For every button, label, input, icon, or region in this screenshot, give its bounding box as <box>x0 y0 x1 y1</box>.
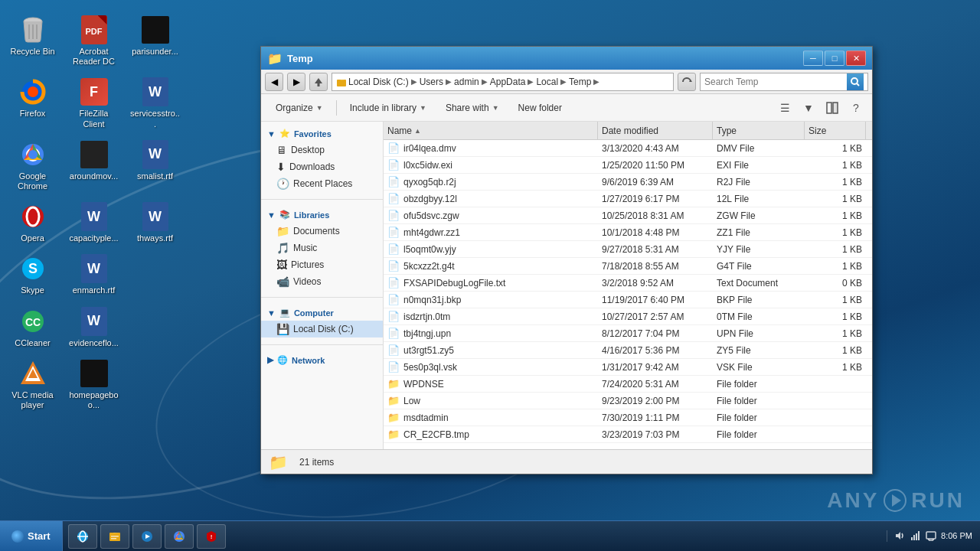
up-button[interactable] <box>309 73 328 91</box>
desktop-icon-vlc[interactable]: VLC media player <box>4 355 61 413</box>
svg-rect-33 <box>111 538 116 540</box>
file-cell-type: BKP File <box>713 295 805 305</box>
forward-button[interactable]: ▶ <box>287 73 305 91</box>
taskbar-item-chrome[interactable] <box>165 524 194 549</box>
start-button[interactable]: Start <box>0 521 63 552</box>
sidebar-item-pictures[interactable]: 🖼 Pictures <box>261 256 383 273</box>
view-list-button[interactable]: ☰ <box>775 98 795 118</box>
table-row[interactable]: 📄n0mqn31j.bkp11/19/2017 6:40 PMBKP File1… <box>384 292 872 308</box>
back-button[interactable]: ◀ <box>265 73 283 91</box>
libraries-header[interactable]: ▼ 📚 Libraries <box>261 207 383 223</box>
table-row[interactable]: 📄l0xc5idw.exi1/25/2020 11:50 PMEXI File1… <box>384 157 872 174</box>
maximize-button[interactable]: □ <box>825 51 844 66</box>
taskbar-item-wmp[interactable] <box>132 524 162 549</box>
desktop-icon-homepageboo[interactable]: homepageboo... <box>65 355 122 413</box>
file-cell-type: G4T File <box>713 261 805 272</box>
table-row[interactable]: 📁WPDNSE7/24/2020 5:31 AMFile folder <box>384 376 872 393</box>
organize-label: Organize <box>276 103 313 113</box>
search-input[interactable] <box>704 77 843 87</box>
table-row[interactable]: 📄mht4gdwr.zz110/1/2018 4:48 PMZZ1 File1 … <box>384 224 872 241</box>
videos-icon: 📹 <box>276 276 289 288</box>
desktop-icon-ccleaner[interactable]: CC CCleaner <box>4 303 61 351</box>
favorites-label: Favorites <box>294 129 332 139</box>
new-folder-button[interactable]: New folder <box>510 97 570 119</box>
minimize-button[interactable]: ─ <box>803 51 823 66</box>
file-name: Low <box>403 396 420 406</box>
desktop-icon-capacityple[interactable]: W capacityple... <box>65 198 122 246</box>
sidebar-item-music[interactable]: 🎵 Music <box>261 240 383 256</box>
table-row[interactable]: 📄isdzrtjn.0tm10/27/2017 2:57 AM0TM File1… <box>384 308 872 325</box>
col-header-size[interactable]: Size <box>805 122 866 139</box>
file-icon: 📄 <box>387 210 400 221</box>
close-button[interactable]: ✕ <box>846 51 866 66</box>
desktop-icon-skype[interactable]: S Skype <box>4 250 61 298</box>
include-library-button[interactable]: Include in library ▼ <box>341 97 435 119</box>
taskbar-item-explorer[interactable] <box>100 524 129 549</box>
organize-button[interactable]: Organize ▼ <box>267 97 332 119</box>
desktop-icons: Recycle Bin PDF Acrobat Reader DC parisu… <box>0 8 188 417</box>
computer-header[interactable]: ▼ 💻 Computer <box>261 305 383 321</box>
sidebar-item-desktop[interactable]: 🖥 Desktop <box>261 142 383 158</box>
table-row[interactable]: 📄5kcxzz2t.g4t7/18/2018 8:55 AMG4T File1 … <box>384 258 872 275</box>
table-row[interactable]: 📄FXSAPIDebugLogFile.txt3/2/2018 9:52 AMT… <box>384 275 872 292</box>
action-center-icon[interactable] <box>926 530 936 541</box>
col-header-name[interactable]: Name ▲ <box>384 122 598 139</box>
table-row[interactable]: 📁CR_E2CFB.tmp3/23/2019 7:03 PMFile folde… <box>384 426 872 443</box>
table-row[interactable]: 📄obzdgbyy.12l1/27/2019 6:17 PM12L File1 … <box>384 191 872 207</box>
desktop-icon-smallst[interactable]: W smalist.rtf <box>126 136 184 194</box>
desktop-icon-servicesstro[interactable]: W servicesstro... <box>126 73 184 132</box>
desktop-icon-recycle-bin[interactable]: Recycle Bin <box>4 11 61 70</box>
table-row[interactable]: 📄ir04lqea.dmv3/13/2020 4:43 AMDMV File1 … <box>384 140 872 157</box>
address-path[interactable]: Local Disk (C:) ▶ Users ▶ admin ▶ AppDat… <box>332 73 674 91</box>
desktop-icon-enmarch[interactable]: W enmarch.rtf <box>65 250 122 298</box>
sidebar-item-documents[interactable]: 📁 Documents <box>261 223 383 240</box>
table-row[interactable]: 📄5es0p3ql.vsk1/31/2017 9:42 AMVSK File1 … <box>384 359 872 376</box>
sidebar-item-local-disk[interactable]: 💾 Local Disk (C:) <box>261 321 383 337</box>
desktop-icon-acrobat[interactable]: PDF Acrobat Reader DC <box>65 11 122 70</box>
refresh-icon <box>681 77 692 87</box>
network-header[interactable]: ▶ 🌐 Network <box>261 352 383 368</box>
table-row[interactable]: 📄ut3rgt51.zy54/16/2017 5:36 PMZY5 File1 … <box>384 342 872 359</box>
desktop-icon-evidenceflo[interactable]: W evidenceflo... <box>65 303 122 351</box>
file-cell-name: 📄obzdgbyy.12l <box>384 193 598 204</box>
desktop-icon-thways[interactable]: W thways.rtf <box>126 198 184 246</box>
file-icon: 📄 <box>387 361 400 373</box>
sidebar-item-recent-places[interactable]: 🕐 Recent Places <box>261 175 383 192</box>
refresh-button[interactable] <box>678 73 696 91</box>
table-row[interactable]: 📄l5oqmt0w.yjy9/27/2018 5:31 AMYJY File1 … <box>384 241 872 258</box>
folder-path-icon <box>336 77 347 87</box>
sidebar-item-downloads[interactable]: ⬇ Downloads <box>261 158 383 175</box>
sidebar-item-videos[interactable]: 📹 Videos <box>261 273 383 290</box>
table-row[interactable]: 📄tbj4tngj.upn8/12/2017 7:04 PMUPN File1 … <box>384 325 872 342</box>
desktop-icon-parisunder[interactable]: parisunder... <box>126 11 184 70</box>
file-icon: 📄 <box>387 193 400 204</box>
view-dropdown-button[interactable]: ▼ <box>799 98 818 118</box>
file-name: obzdgbyy.12l <box>403 194 457 204</box>
help-button[interactable]: ? <box>846 98 866 118</box>
desktop-icon-firefox[interactable]: Firefox <box>4 73 61 132</box>
file-name: CR_E2CFB.tmp <box>403 429 469 440</box>
col-header-date[interactable]: Date modified <box>598 122 713 139</box>
share-with-button[interactable]: Share with ▼ <box>437 97 508 119</box>
libraries-label: Libraries <box>294 210 329 220</box>
desktop-icon-aroundmov[interactable]: aroundmov... <box>65 136 122 194</box>
file-cell-date: 7/24/2020 5:31 AM <box>598 379 713 390</box>
col-header-type[interactable]: Type <box>713 122 805 139</box>
table-row[interactable]: 📁msdtadmin7/30/2019 1:11 PMFile folder <box>384 409 872 426</box>
desktop-icon-chrome[interactable]: Google Chrome <box>4 136 61 194</box>
libraries-arrow: ▼ <box>267 210 276 220</box>
taskbar-item-security[interactable]: ! <box>197 524 226 549</box>
desktop-icon-opera[interactable]: Opera <box>4 198 61 246</box>
volume-icon[interactable] <box>895 530 906 541</box>
search-box[interactable] <box>700 73 868 91</box>
taskbar-item-ie[interactable] <box>68 524 97 549</box>
table-row[interactable]: 📁Low9/23/2019 2:00 PMFile folder <box>384 393 872 409</box>
file-icon: 📄 <box>387 260 400 272</box>
favorites-header[interactable]: ▼ ⭐ Favorites <box>261 126 383 142</box>
search-button[interactable] <box>847 73 864 90</box>
table-row[interactable]: 📄ofu5dsvc.zgw10/25/2018 8:31 AMZGW File1… <box>384 207 872 224</box>
details-pane-button[interactable] <box>822 98 842 118</box>
table-row[interactable]: 📄qyxog5qb.r2j9/6/2019 6:39 AMR2J File1 K… <box>384 174 872 191</box>
desktop-icon-filezilla[interactable]: F FileZilla Client <box>65 73 122 132</box>
network-tray-icon[interactable] <box>910 530 921 541</box>
